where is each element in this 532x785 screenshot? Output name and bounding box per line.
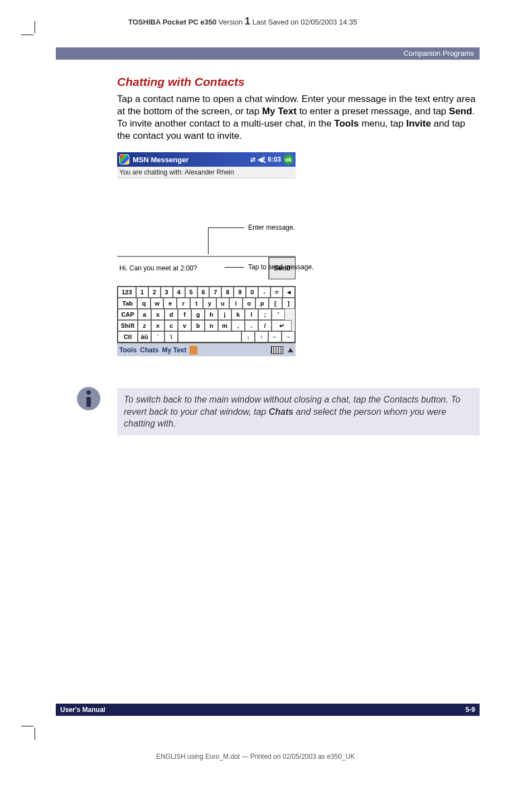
screenshot-msn-messenger: MSN Messenger ⇄ ◀ξ 6:03 ok You are chatt… <box>117 152 296 356</box>
version-number: 1 <box>245 16 250 27</box>
key-áü[interactable]: áü <box>138 331 151 342</box>
key-y[interactable]: y <box>203 298 216 309</box>
key-u[interactable]: u <box>216 298 230 309</box>
key-Ctl[interactable]: Ctl <box>118 331 138 342</box>
menu-tools[interactable]: Tools <box>119 346 137 354</box>
key-←[interactable]: ← <box>268 331 282 342</box>
key-6[interactable]: 6 <box>197 287 210 298</box>
key-/[interactable]: / <box>258 320 272 331</box>
app-title: MSN Messenger <box>133 156 188 164</box>
key-2[interactable]: 2 <box>148 287 161 298</box>
key-p[interactable]: p <box>255 298 269 309</box>
message-input[interactable] <box>117 257 269 279</box>
callout-line <box>208 227 244 228</box>
key-'[interactable]: ' <box>272 309 285 320</box>
key-0[interactable]: 0 <box>246 287 258 298</box>
callout-line <box>208 227 209 254</box>
key-.[interactable]: . <box>245 320 258 331</box>
key-5[interactable]: 5 <box>185 287 197 298</box>
key-s[interactable]: s <box>151 309 165 320</box>
key-\[interactable]: \ <box>165 331 178 342</box>
menu-bar: Tools Chats My Text <box>117 343 296 356</box>
key-i[interactable]: i <box>229 298 243 309</box>
key-v[interactable]: v <box>178 320 191 331</box>
key-][interactable]: ] <box>282 298 296 309</box>
footer-page-number: 5-9 <box>466 706 475 714</box>
page-footer: User's Manual 5-9 <box>56 704 480 716</box>
crop-mark <box>35 728 35 740</box>
connectivity-icon[interactable]: ⇄ <box>250 156 255 163</box>
ok-button[interactable]: ok <box>283 154 293 164</box>
save-note: Last Saved on 02/05/2003 14:35 <box>250 18 357 26</box>
key-q[interactable]: q <box>137 298 151 309</box>
footer-left: User's Manual <box>60 706 105 714</box>
key-,[interactable]: , <box>231 320 245 331</box>
key-g[interactable]: g <box>191 309 205 320</box>
key-j[interactable]: j <box>218 309 231 320</box>
crop-mark <box>21 35 33 35</box>
key-CAP[interactable]: CAP <box>118 309 138 320</box>
menu-chats[interactable]: Chats <box>140 346 158 354</box>
key-3[interactable]: 3 <box>161 287 173 298</box>
info-icon <box>77 387 100 410</box>
document-header: TOSHIBA Pocket PC e350 Version 1 Last Sa… <box>128 16 357 27</box>
tip-note: To switch back to the main window withou… <box>117 388 480 435</box>
callout-line <box>225 267 244 268</box>
key-o[interactable]: o <box>243 298 256 309</box>
key-d[interactable]: d <box>165 309 178 320</box>
key-t[interactable]: t <box>190 298 204 309</box>
menu-mytext[interactable]: My Text <box>162 346 186 354</box>
key-;[interactable]: ; <box>258 309 272 320</box>
chat-history-area <box>117 178 296 256</box>
key-r[interactable]: r <box>177 298 190 309</box>
start-icon[interactable] <box>119 154 129 164</box>
key-↑[interactable]: ↑ <box>255 331 268 342</box>
key--[interactable]: - <box>258 287 270 298</box>
key-z[interactable]: z <box>138 320 151 331</box>
clock-label: 6:03 <box>268 156 281 163</box>
crop-mark <box>21 726 33 726</box>
chapter-heading: Companion Programs <box>56 47 480 60</box>
key-Shift[interactable]: Shift <box>118 320 138 331</box>
key-h[interactable]: h <box>205 309 218 320</box>
key-f[interactable]: f <box>178 309 191 320</box>
key-space[interactable] <box>178 331 241 342</box>
contacts-icon[interactable] <box>190 346 197 355</box>
crop-mark <box>35 21 35 33</box>
key-8[interactable]: 8 <box>221 287 234 298</box>
key-123[interactable]: 123 <box>118 287 136 298</box>
keyboard-toggle-icon[interactable] <box>271 346 283 354</box>
key-l[interactable]: l <box>245 309 258 320</box>
key-→[interactable]: → <box>282 331 295 342</box>
key-Tab[interactable]: Tab <box>118 298 137 309</box>
soft-keyboard: 1231234567890-=◄ Tabqwertyuiop[] CAPasdf… <box>117 286 296 343</box>
key-x[interactable]: x <box>151 320 165 331</box>
chat-status-text: You are chatting with: Alexander Rhein <box>117 167 296 178</box>
key-a[interactable]: a <box>138 309 151 320</box>
key-=[interactable]: = <box>270 287 283 298</box>
input-panel-arrow-icon[interactable] <box>288 348 293 352</box>
body-paragraph: Tap a contact name to open a chat window… <box>117 93 480 142</box>
product-name: TOSHIBA Pocket PC e350 <box>128 18 216 26</box>
key-◄[interactable]: ◄ <box>283 287 295 298</box>
volume-icon[interactable]: ◀ξ <box>258 156 265 163</box>
key-b[interactable]: b <box>191 320 205 331</box>
key-w[interactable]: w <box>151 298 164 309</box>
print-metadata: ENGLISH using Euro_M.dot — Printed on 02… <box>156 753 355 760</box>
key-[[interactable]: [ <box>269 298 282 309</box>
key-`[interactable]: ` <box>151 331 165 342</box>
key-↵[interactable]: ↵ <box>272 320 292 331</box>
key-k[interactable]: k <box>231 309 245 320</box>
key-e[interactable]: e <box>163 298 177 309</box>
key-n[interactable]: n <box>205 320 218 331</box>
key-m[interactable]: m <box>218 320 231 331</box>
key-7[interactable]: 7 <box>209 287 221 298</box>
key-9[interactable]: 9 <box>234 287 246 298</box>
section-title: Chatting with Contacts <box>117 75 480 89</box>
key-1[interactable]: 1 <box>136 287 148 298</box>
key-↓[interactable]: ↓ <box>241 331 255 342</box>
annotation-tap-send: Tap to send message. <box>248 263 313 271</box>
annotation-enter-message: Enter message. <box>248 224 295 231</box>
key-4[interactable]: 4 <box>173 287 185 298</box>
key-c[interactable]: c <box>165 320 178 331</box>
